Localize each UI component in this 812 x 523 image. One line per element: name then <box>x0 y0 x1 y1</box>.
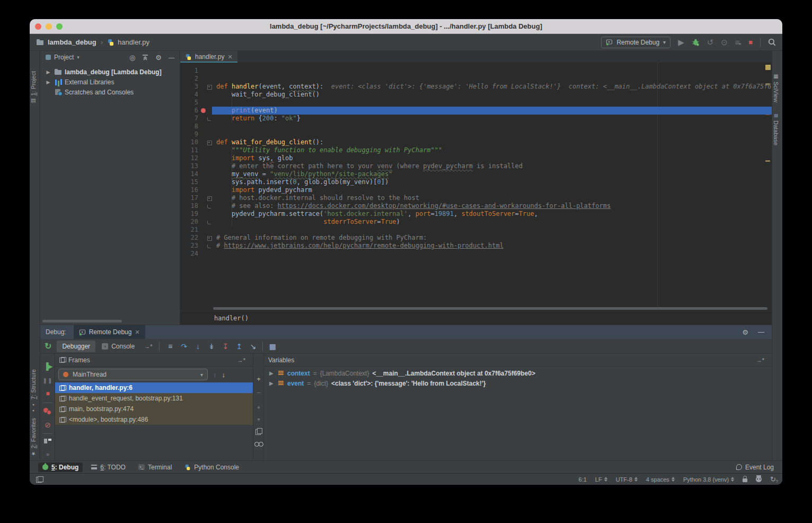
code-line[interactable]: 22# General information on remote debugg… <box>180 234 772 242</box>
code-line[interactable]: 5 <box>180 99 772 107</box>
line-number[interactable]: 24 <box>180 250 200 258</box>
code-text[interactable]: sys.path.insert(0, glob.glob(my_venv)[0]… <box>212 178 772 186</box>
frame-row[interactable]: handle_event_request, bootstrap.py:131 <box>55 393 253 404</box>
project-hscrollbar[interactable] <box>42 320 122 322</box>
code-line[interactable]: 6 print(event) <box>180 107 772 115</box>
refresh-icon[interactable]: ↻ <box>770 475 776 483</box>
code-text[interactable] <box>212 75 772 83</box>
fold-marker[interactable] <box>207 107 212 115</box>
close-session-icon[interactable]: ✕ <box>135 329 139 336</box>
code-line[interactable]: 24 <box>180 250 772 258</box>
show-execution-point-icon[interactable]: ≡ <box>163 342 177 351</box>
locate-file-icon[interactable]: ◎ <box>129 54 135 62</box>
gutter-marker[interactable] <box>200 178 207 186</box>
fold-marker[interactable] <box>207 186 212 194</box>
fold-marker[interactable] <box>207 234 212 242</box>
code-text[interactable]: def wait_for_debug_client(): <box>212 138 772 146</box>
fold-marker[interactable] <box>207 115 212 123</box>
force-step-into-icon[interactable]: ↡ <box>205 342 218 351</box>
tool-window-button----debug[interactable]: 5: Debug <box>38 463 83 472</box>
variable-row[interactable]: ▶context={LambdaContext}<__main__.Lambda… <box>264 368 772 378</box>
line-number[interactable]: 23 <box>180 242 200 250</box>
chevron-right-icon[interactable]: ▶ <box>269 380 275 386</box>
hscroll-thumb[interactable] <box>213 307 767 310</box>
line-number[interactable]: 6 <box>180 107 200 115</box>
add-watch-icon[interactable]: + <box>253 375 264 383</box>
code-line[interactable]: 7 return {200: "ok"} <box>180 115 772 123</box>
code-line[interactable]: 11 """Utility function to enable debuggi… <box>180 146 772 154</box>
resume-icon[interactable] <box>40 362 55 370</box>
run-dashboard-icon[interactable]: ≡▸ <box>735 38 741 46</box>
settings-gear-icon[interactable]: ⚙ <box>155 54 162 62</box>
stripe-tab----project[interactable]: ▤1: Project <box>30 71 37 104</box>
focus-icon[interactable]: →* <box>756 357 764 363</box>
status-item[interactable]: 6:1 <box>579 476 587 483</box>
fold-marker[interactable] <box>207 83 212 91</box>
tool-window-button-terminal[interactable]: ›_Terminal <box>134 463 176 472</box>
remove-watch-icon[interactable]: − <box>253 389 264 397</box>
line-number[interactable]: 20 <box>180 218 200 226</box>
gutter-marker[interactable] <box>200 186 207 194</box>
run-icon[interactable]: ▶ <box>678 38 684 46</box>
code-line[interactable]: 15 sys.path.insert(0, glob.glob(my_venv)… <box>180 178 772 186</box>
pause-icon[interactable] <box>40 376 55 384</box>
step-over-icon[interactable]: ↷ <box>177 342 191 351</box>
gutter-marker[interactable] <box>200 218 207 226</box>
line-number[interactable]: 18 <box>180 202 200 210</box>
code-text[interactable]: return {200: "ok"} <box>212 115 772 123</box>
code-text[interactable] <box>212 250 772 258</box>
tool-window-button----todo[interactable]: 6: TODO <box>87 463 130 472</box>
lock-icon[interactable] <box>743 478 747 482</box>
status-item[interactable]: UTF-8 <box>616 476 638 483</box>
code-line[interactable]: 21 <box>180 226 772 234</box>
gutter-marker[interactable] <box>200 123 207 130</box>
zoom-window-icon[interactable] <box>56 23 63 30</box>
fold-marker[interactable] <box>207 99 212 107</box>
code-text[interactable]: import sys, glob <box>212 154 772 162</box>
breadcrumb-scope[interactable]: handler() <box>214 315 249 322</box>
hide-panel-icon[interactable]: — <box>758 328 764 336</box>
code-line[interactable]: 17 # host.docker.internal should resolve… <box>180 194 772 202</box>
hector-inspections-icon[interactable] <box>756 476 762 482</box>
mute-breakpoints-icon[interactable]: ⊘ <box>40 421 55 429</box>
gutter-marker[interactable] <box>200 91 207 99</box>
status-item[interactable]: 4 spaces <box>646 476 675 483</box>
settings-gear-icon[interactable]: ⚙ <box>742 328 748 336</box>
code-text[interactable] <box>212 123 772 130</box>
line-number[interactable]: 11 <box>180 146 200 154</box>
code-line[interactable]: 9 <box>180 130 772 138</box>
breadcrumb-file[interactable]: handler.py <box>118 38 149 46</box>
code-text[interactable]: wait_for_debug_client() <box>212 91 772 99</box>
step-into-icon[interactable]: ↓ <box>191 342 205 351</box>
fold-marker[interactable] <box>207 146 212 154</box>
coverage-icon[interactable]: ↺ <box>707 38 714 46</box>
code-line[interactable]: 18 # see also: https://docs.docker.com/d… <box>180 202 772 210</box>
code-text[interactable] <box>212 130 772 138</box>
fold-marker[interactable] <box>207 138 212 146</box>
chevron-right-icon[interactable]: ▶ <box>45 69 52 75</box>
breadcrumb-project[interactable]: lambda_debug <box>48 38 96 46</box>
code-text[interactable]: # see also: https://docs.docker.com/desk… <box>212 202 772 210</box>
fold-marker[interactable] <box>207 226 212 234</box>
tool-window-button-python-console[interactable]: Python Console <box>180 463 243 472</box>
fold-marker[interactable] <box>207 154 212 162</box>
line-number[interactable]: 10 <box>180 138 200 146</box>
line-number[interactable]: 3 <box>180 83 200 91</box>
line-number[interactable]: 19 <box>180 210 200 218</box>
gutter-marker[interactable] <box>200 234 207 242</box>
line-number[interactable]: 1 <box>180 67 200 75</box>
code-text[interactable]: my_venv = "venv/lib/python*/site-package… <box>212 170 772 178</box>
code-line[interactable]: 4 wait_for_debug_client() <box>180 91 772 99</box>
fold-marker[interactable] <box>207 218 212 226</box>
line-number[interactable]: 5 <box>180 99 200 107</box>
editor-tab-handler[interactable]: handler.py ✕ <box>180 51 237 63</box>
close-window-icon[interactable] <box>35 23 41 30</box>
line-number[interactable]: 13 <box>180 162 200 170</box>
step-out-icon[interactable]: ↥ <box>232 342 246 351</box>
chevron-down-icon[interactable]: ▾ <box>77 55 80 60</box>
code-text[interactable]: # host.docker.internal should resolve to… <box>212 194 772 202</box>
fold-marker[interactable] <box>207 250 212 258</box>
gutter-marker[interactable] <box>200 162 207 170</box>
search-everywhere-icon[interactable] <box>768 38 776 46</box>
code-text[interactable]: def handler(event, context): event: <cla… <box>212 83 772 91</box>
